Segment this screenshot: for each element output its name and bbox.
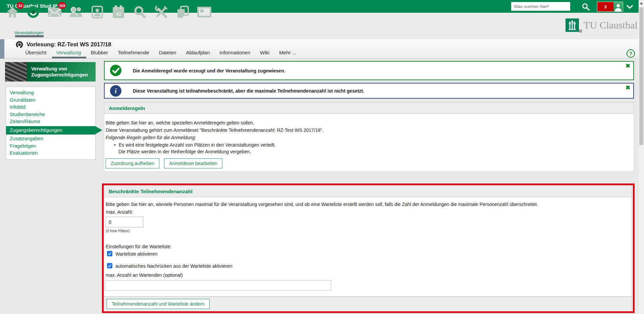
home-icon [6,6,19,18]
tab-wiki[interactable]: Wiki [260,50,269,55]
sidebar-header-photo [5,62,27,82]
sidebar-item-zugangsberechtigungen[interactable]: Zugangsberechtigungen [6,126,95,135]
nav-profile[interactable] [90,5,105,19]
info-alert-text: Diese Veranstaltung ist teilnahmebeschrä… [133,88,364,94]
freie-plaetze-note: (0 freie Plätze) [106,229,130,233]
avatar[interactable] [613,2,623,11]
nav-community[interactable] [69,5,84,19]
tu-clausthal-logo[interactable]: TU Clausthal [566,18,638,32]
anmelderegeln-title: Anmelderegeln [109,105,145,111]
course-type-icon [15,41,23,49]
warteliste-aktivieren-checkbox[interactable] [107,251,112,256]
sidebar-item-frageboegen[interactable]: Fragebögen [6,143,95,150]
sidebar-title-line2: Zugangsberechtigungen [31,72,96,78]
nav-search[interactable] [132,5,147,19]
sidebar-item-evaluationen[interactable]: Evaluationen [6,150,95,157]
messages-badge: 359 [58,2,66,9]
mail-icon [48,7,61,17]
sidebar-item-zusatzangaben[interactable]: Zusatzangaben [6,135,95,143]
teilnehmendenanzahl-header: Beschränkte Teilnehmendenanzahl [104,186,632,197]
nachruecken-label[interactable]: automatisches Nachrücken aus der Warteli… [115,263,232,269]
sidebar-item-grunddaten[interactable]: Grunddaten [6,97,95,104]
studip-page: TU Clausthal Stud.IP 3 32 359 42 [0,0,644,314]
tab-uebersicht[interactable]: Übersicht [25,50,46,55]
user-notification-area: 3 [597,2,623,12]
zuordnung-aufheben-button[interactable]: Zuordnung aufheben [106,158,159,168]
nav-messages[interactable]: 359 [47,5,62,19]
max-anzahl-label: max. Anzahl: [106,209,133,215]
tab-dateien[interactable]: Dateien [159,50,176,55]
nav-schedule[interactable]: 42 [111,5,126,19]
profile-icon [92,6,103,18]
sidebar-item-zeiten-raeume[interactable]: Zeiten/Räume [6,118,95,125]
tab-blubber[interactable]: Blubber [91,50,108,55]
search-icon[interactable] [582,3,590,11]
active-tab-underline [52,57,86,58]
sidebar-item-studienbereiche[interactable]: Studienbereiche [6,111,95,118]
sidebar-title-line1: Verwaltung von [31,66,96,72]
warteliste-aktivieren-label[interactable]: Warteliste aktivieren [115,251,158,257]
logo-emblem [566,18,579,32]
scrollbar-up-arrow[interactable] [640,2,643,4]
success-alert: Die Anmelderegel wurde erzeugt und der V… [104,61,634,80]
anmelderegeln-line1: Bitte geben Sie hier an, welche speziell… [106,120,254,125]
pages-icon [177,6,189,18]
chevron-down-icon[interactable] [627,4,633,10]
skip-link-bar [0,39,4,59]
sidebar-nav: Verwaltung Grunddaten Infobild Studienbe… [6,87,96,160]
notification-badge[interactable]: 3 [597,2,613,11]
max-wartende-input[interactable] [105,280,331,291]
tab-verwaltung[interactable]: Verwaltung [56,50,81,55]
sidebar-item-verwaltung[interactable]: Verwaltung [6,89,95,97]
course-tabs: Übersicht Verwaltung Blubber Teilnehmend… [25,50,296,55]
teilnehmendenanzahl-intro: Bitte geben Sie hier an, wieviele Person… [106,202,538,207]
scrollbar-thumb[interactable] [639,7,643,145]
anmeldeset-bearbeiten-button[interactable]: Anmeldeset bearbeiten [164,158,222,168]
success-alert-text: Die Anmelderegel wurde erzeugt und der V… [133,68,285,73]
help-icon[interactable]: ? [627,49,635,58]
sidebar-item-label: Zugangsberechtigungen [10,127,62,133]
calendar-week-number: 42 [116,11,121,17]
tab-ablaufplan[interactable]: Ablaufplan [186,50,210,55]
success-check-icon [110,65,121,76]
nav-wiki-pages[interactable] [175,5,190,19]
warteliste-settings-label: Einstellungen für die Warteliste: [106,244,171,249]
check-icon [108,252,112,256]
anmelderegeln-line2: Diese Veranstaltung gehört zum Anmeldese… [106,127,323,133]
screen-icon [197,6,211,18]
sidebar-header: Verwaltung von Zugangsberechtigungen [5,62,96,82]
community-icon [69,7,83,17]
person-icon [614,3,623,11]
nav-screen[interactable] [197,5,212,19]
tools-icon [155,6,168,18]
sidebar-item-infobild[interactable]: Infobild [6,104,95,111]
sidebar-header-title: Verwaltung von Zugangsberechtigungen [27,62,96,82]
tab-teilnehmende[interactable]: Teilnehmende [118,50,149,55]
calendar-icon: 42 [112,5,124,19]
nav-home[interactable]: 32 [5,5,20,19]
check-icon [108,264,112,268]
tab-mehr[interactable]: Mehr ... [279,50,296,55]
nav-tools[interactable] [154,5,169,19]
active-item-arrow [95,126,102,134]
course-title-row: Vorlesung: RZ-Test WS 2017/18 [15,41,111,49]
bullet1-text: Es wird eine festgelegte Anzahl von Plät… [119,142,276,148]
logo-text: TU Clausthal [584,19,638,31]
anmelderegeln-header: Anmelderegeln [104,102,634,114]
submit-teilnehmendenanzahl-button[interactable]: Teilnehmendenanzahl und Warteliste änder… [107,299,210,309]
active-nav-underline [15,35,44,37]
tab-informationen[interactable]: Informationen [219,50,250,55]
anmelderegeln-bullet1b: Die Plätze werden in der Reihenfolge der… [118,149,251,154]
course-title: Vorlesung: RZ-Test WS 2017/18 [26,41,111,48]
info-close-icon[interactable]: ✖ [626,85,630,91]
max-anzahl-input[interactable] [106,217,143,227]
nachruecken-checkbox[interactable] [107,263,112,268]
search-input[interactable] [511,2,570,11]
active-nav-label[interactable]: Veranstaltungen [13,31,44,35]
anmelderegeln-bullet1: •Es wird eine festgelegte Anzahl von Plä… [114,142,276,148]
success-close-icon[interactable]: ✖ [626,63,630,69]
nav-veranstaltungen[interactable] [26,5,41,19]
bullet-dot: • [114,142,116,148]
info-alert: i Diese Veranstaltung ist teilnahmebesch… [104,83,634,99]
max-wartende-label: max. Anzahl an Wartenden (optional) [106,272,183,278]
